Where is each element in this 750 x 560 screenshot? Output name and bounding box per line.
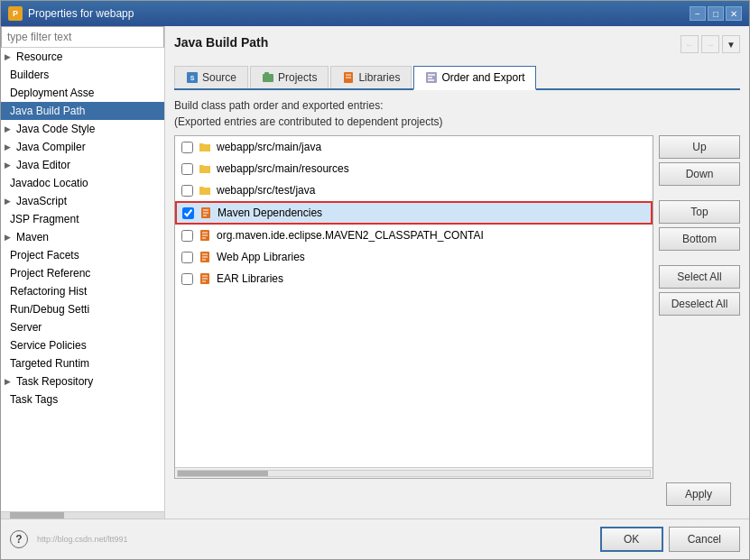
close-button[interactable]: ✕ [726,6,742,21]
up-button[interactable]: Up [659,135,740,159]
down-button[interactable]: Down [659,162,740,186]
select-all-button[interactable]: Select All [659,265,740,289]
list-item-checkbox[interactable] [181,273,193,285]
folder-icon [199,162,211,175]
sidebar-item-javascript[interactable]: ▶JavaScript [1,192,164,210]
list-item-label: webapp/src/main/java [217,141,321,153]
cancel-button[interactable]: Cancel [669,527,740,552]
expand-arrow-icon: ▶ [5,377,11,386]
list-item[interactable]: webapp/src/main/resources [175,158,653,179]
tab-libraries[interactable]: Libraries [330,66,412,88]
library-icon [199,207,212,219]
sidebar-item-builders[interactable]: Builders [1,66,164,84]
sidebar-item-label: Project Referenc [10,267,90,280]
expand-arrow-icon: ▶ [5,233,11,242]
folder-icon [199,184,211,197]
tab-label: Order and Export [441,71,524,84]
svg-text:P: P [13,9,18,18]
tab-projects[interactable]: Projects [250,66,329,88]
list-item-checkbox[interactable] [182,207,194,219]
tab-label: Libraries [358,71,400,84]
apply-button[interactable]: Apply [666,482,731,506]
list-item[interactable]: webapp/src/main/java [175,136,653,158]
tab-label: Source [202,71,236,84]
list-item-checkbox[interactable] [181,142,193,153]
sidebar-item-label: JavaScript [16,195,67,207]
sidebar-item-refactoring-hist[interactable]: Refactoring Hist [1,282,164,300]
svg-text:S: S [190,75,195,81]
list-item-label: org.maven.ide.eclipse.MAVEN2_CLASSPATH_C… [217,229,484,242]
filter-input[interactable] [1,26,164,48]
title-bar-left: P Properties for webapp [8,6,134,21]
list-item[interactable]: EAR Libraries [175,268,653,289]
libraries-tab-icon [342,71,355,84]
sidebar-item-label: JSP Fragment [10,213,79,225]
buttons-panel: Up Down Top Bottom Select All Deselect A… [659,135,740,479]
sidebar-item-task-tags[interactable]: Task Tags [1,390,164,409]
list-item-checkbox[interactable] [181,230,193,242]
sidebar-item-service-policies[interactable]: Service Policies [1,336,164,354]
library-icon [199,251,211,263]
sidebar-item-jsp-fragment[interactable]: JSP Fragment [1,210,164,228]
sidebar-item-java-build-path[interactable]: Java Build Path [1,102,164,120]
sidebar-item-label: Task Tags [10,393,58,406]
sidebar-item-maven[interactable]: ▶Maven [1,228,164,246]
ok-button[interactable]: OK [600,527,663,552]
sidebar-item-javadoc-locatio[interactable]: Javadoc Locatio [1,174,164,192]
tab-order-and-export[interactable]: Order and Export [413,66,536,90]
list-item-checkbox[interactable] [181,252,193,263]
nav-dropdown-button[interactable]: ▼ [722,35,740,53]
sidebar-item-resource[interactable]: ▶Resource [1,48,164,66]
dialog-bottom: ? http://blog.csdn.net/ltt991 OK Cancel [1,519,749,559]
list-item[interactable]: webapp/src/test/java [175,179,653,201]
sidebar-item-project-referenc[interactable]: Project Referenc [1,264,164,282]
title-buttons: − □ ✕ [690,6,742,21]
folder-icon [199,141,211,153]
library-icon [199,229,211,242]
title-bar: P Properties for webapp − □ ✕ [1,1,749,26]
sidebar-item-project-facets[interactable]: Project Facets [1,246,164,264]
sidebar-item-label: Java Code Style [16,123,95,135]
sidebar-item-targeted-runtim[interactable]: Targeted Runtim [1,354,164,372]
tab-source[interactable]: SSource [174,66,248,88]
list-scrollbar[interactable] [175,467,653,478]
list-area[interactable]: webapp/src/main/javawebapp/src/main/reso… [175,136,653,467]
list-item-checkbox[interactable] [181,163,193,175]
list-item-checkbox[interactable] [181,185,193,197]
sidebar-item-label: Run/Debug Setti [10,303,89,316]
list-item[interactable]: Maven Dependencies [175,201,653,225]
apply-area: Apply [174,479,740,510]
tabs-bar: SSourceProjectsLibrariesOrder and Export [174,66,740,90]
sidebar-item-task-repository[interactable]: ▶Task Repository [1,372,164,390]
back-nav-button[interactable]: ← [681,35,699,53]
maximize-button[interactable]: □ [708,6,724,21]
help-button[interactable]: ? [10,530,28,548]
sidebar-item-run/debug-setti[interactable]: Run/Debug Setti [1,300,164,318]
sidebar-item-label: Resource [16,50,62,63]
sidebar-item-label: Task Repository [16,375,93,388]
sidebar: ▶ResourceBuildersDeployment AsseJava Bui… [1,26,165,519]
list-item[interactable]: org.maven.ide.eclipse.MAVEN2_CLASSPATH_C… [175,225,653,246]
minimize-button[interactable]: − [690,6,706,21]
content-area: Build class path order and exported entr… [174,97,740,479]
scrollbar-thumb[interactable] [178,471,268,476]
library-icon [199,272,211,285]
sidebar-scrollbar[interactable] [1,511,164,519]
sidebar-scrollbar-thumb[interactable] [10,512,64,519]
sidebar-item-java-code-style[interactable]: ▶Java Code Style [1,120,164,138]
sidebar-item-server[interactable]: Server [1,318,164,336]
sidebar-item-deployment-asse[interactable]: Deployment Asse [1,84,164,102]
deselect-all-button[interactable]: Deselect All [659,292,740,316]
sidebar-item-java-compiler[interactable]: ▶Java Compiler [1,138,164,156]
list-item[interactable]: Web App Libraries [175,246,653,268]
top-button[interactable]: Top [659,200,740,224]
watermark: http://blog.csdn.net/ltt991 [37,535,132,544]
order-and-export-tab-icon [425,71,438,84]
sidebar-item-java-editor[interactable]: ▶Java Editor [1,156,164,174]
bottom-button[interactable]: Bottom [659,227,740,251]
sidebar-list: ▶ResourceBuildersDeployment AsseJava Bui… [1,48,164,511]
source-tab-icon: S [186,71,199,84]
forward-nav-button[interactable]: → [701,35,719,53]
sidebar-item-label: Deployment Asse [10,87,94,99]
expand-arrow-icon: ▶ [5,161,11,170]
